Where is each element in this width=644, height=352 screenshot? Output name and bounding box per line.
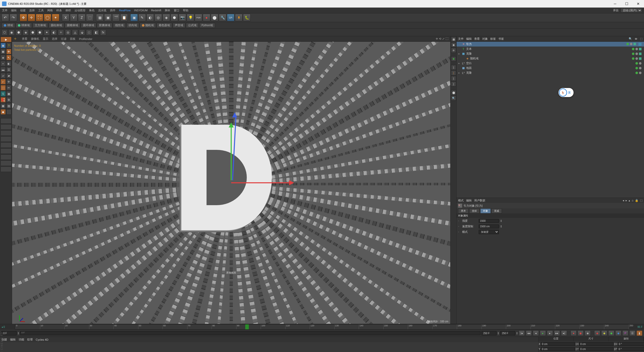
menu-spline[interactable]: 样条	[56, 9, 62, 12]
rt-5[interactable]: |	[451, 65, 456, 70]
last-tool[interactable]: ✦	[52, 14, 59, 21]
poly-2[interactable]: ▰	[6, 73, 12, 78]
axis-mode[interactable]: ✛	[6, 79, 12, 84]
attr-nav-up[interactable]: ▴	[629, 199, 630, 202]
key-param[interactable]: ◆	[615, 330, 621, 336]
mat-tab-function[interactable]: 功能	[19, 338, 24, 341]
select-tool[interactable]: ✥	[20, 14, 27, 21]
object-row-1[interactable]: T文本	[457, 47, 644, 51]
redo-button[interactable]: ↷	[10, 14, 17, 21]
ime-floating-badge[interactable]: 🦌 英	[558, 88, 574, 97]
edge-mode[interactable]: ▬	[1, 67, 6, 72]
mat-tab-cycles4d[interactable]: Cycles 4D	[36, 338, 48, 341]
field-random[interactable]: 随机域	[140, 23, 156, 28]
vp-nav-3[interactable]: ⤢	[442, 37, 445, 40]
render-view[interactable]: ▦	[96, 14, 104, 21]
obj-tag-icon[interactable]: ⬚	[640, 37, 642, 40]
layout-select[interactable]: 启动 (用户)	[621, 8, 642, 13]
attr-tab-userdata[interactable]: 用户数据	[474, 199, 485, 202]
undo-button[interactable]: ↶	[2, 14, 9, 21]
record-button[interactable]: ●	[571, 330, 577, 336]
next-key[interactable]: ▸▸	[554, 330, 560, 336]
tex-6[interactable]	[1, 148, 12, 154]
field-linear[interactable]: 线性域	[113, 23, 126, 28]
gizmo-y-axis[interactable]	[231, 127, 232, 180]
arrow-mode[interactable]: ↖	[6, 55, 12, 60]
tex-1[interactable]	[1, 118, 12, 124]
object-row-4[interactable]: +L°空白	[457, 61, 644, 66]
tex-4[interactable]	[1, 136, 12, 142]
coord-Y-size[interactable]	[579, 347, 614, 351]
key-all[interactable]: ☰	[629, 330, 635, 336]
cube-primitive[interactable]: ▣	[130, 14, 138, 21]
lights-off[interactable]: ◐	[6, 61, 12, 66]
frame-end-input[interactable]	[481, 331, 497, 335]
vp-menu-prorender[interactable]: ProRender	[79, 37, 92, 40]
snap-grid[interactable]: ▦	[6, 91, 12, 97]
point-mode[interactable]: ▪	[1, 61, 6, 66]
rt-7[interactable]: |	[451, 76, 456, 81]
menu-volume[interactable]: 体积	[65, 9, 71, 12]
field-radial[interactable]: 径向域	[126, 23, 139, 28]
attr-tab-mode[interactable]: 模式	[458, 199, 464, 202]
grid-1[interactable]: ▦	[1, 103, 6, 109]
human-button[interactable]: 🧍	[235, 14, 243, 21]
obj-tab-file[interactable]: 文件	[458, 37, 464, 41]
field-cone[interactable]: 圆锥体域	[65, 23, 80, 28]
next-frame[interactable]: ▸	[547, 330, 553, 336]
rt-6[interactable]: |	[451, 70, 456, 75]
menu-help[interactable]: 帮助	[183, 9, 188, 12]
field-cube[interactable]: 立方体域	[32, 23, 48, 28]
key-pla[interactable]: P	[622, 330, 628, 336]
menu-file[interactable]: 文件	[2, 9, 8, 12]
mod-7[interactable]: ✦	[44, 29, 50, 35]
attr-tab-edit[interactable]: 编辑	[466, 199, 472, 202]
timeline-ruler[interactable]: 0102030405060708090100110120130140150160…	[15, 324, 629, 330]
menu-pipeline[interactable]: 流水线	[98, 9, 106, 12]
rt-8[interactable]: |	[451, 81, 456, 86]
rt-10[interactable]: 🔍	[451, 96, 456, 101]
vp-menu-view[interactable]: 查看	[22, 37, 27, 41]
mod-5[interactable]: ⬣	[30, 29, 36, 35]
uv-edge[interactable]: ⌐	[1, 79, 6, 84]
edge-2[interactable]: ☰	[6, 67, 12, 72]
attr-speedlimit-input[interactable]	[479, 225, 499, 228]
field-formula[interactable]: 公式域	[186, 23, 199, 28]
material-manager[interactable]	[0, 342, 538, 352]
field-capsule[interactable]: 胶囊体域	[97, 23, 112, 28]
mod-15[interactable]: fx	[100, 29, 106, 35]
menu-plugins[interactable]: 插件	[110, 9, 115, 12]
field-sound[interactable]: 声音域	[173, 23, 185, 28]
autokey-toggle[interactable]: ◉	[578, 330, 584, 336]
rt-4[interactable]: ✚	[451, 56, 456, 61]
menu-character[interactable]: 角色	[89, 9, 95, 12]
attr-strength-input[interactable]	[479, 219, 499, 223]
menu-window[interactable]: 窗口	[174, 9, 179, 12]
attr-mode-select[interactable]: 加速度	[479, 230, 499, 234]
menu-tools[interactable]: 工具	[38, 9, 44, 12]
attr-tab-object[interactable]: 对象	[480, 208, 491, 213]
ball-button[interactable]: ⬤	[211, 14, 218, 21]
rt-2[interactable]: ◉	[451, 42, 456, 47]
close-button[interactable]: ✕	[632, 0, 644, 8]
mod-8[interactable]: ◐	[51, 29, 57, 35]
mat-tab-texture[interactable]: 纹理	[27, 338, 33, 341]
qr-button[interactable]: QR	[227, 14, 234, 21]
x-axis-lock[interactable]: X	[62, 14, 69, 21]
coord-Y-pos[interactable]	[541, 347, 575, 351]
vp-menu-camera[interactable]: 摄像机	[31, 37, 39, 41]
obj-tab-view[interactable]: 查看	[474, 37, 480, 41]
knife-icon[interactable]: ✂	[6, 85, 12, 91]
mod-12[interactable]: ⬙	[79, 29, 85, 35]
viewport-3d[interactable]: Number of emitters: 0 Total live particl…	[12, 42, 450, 324]
magnet-icon[interactable]: 🧲	[1, 97, 6, 103]
obj-tab-bookmark[interactable]: 书签	[498, 37, 504, 41]
menu-mograph[interactable]: 运动图形	[74, 9, 86, 12]
mod-6[interactable]: ⬟	[37, 29, 43, 35]
attr-nav-home[interactable]: ⌂	[632, 199, 633, 202]
coord-X-size[interactable]	[579, 342, 614, 346]
key-pos[interactable]: ◆	[594, 330, 600, 336]
mod-13[interactable]: □	[86, 29, 92, 35]
deform-button[interactable]: ◈	[163, 14, 170, 21]
attr-nav-next[interactable]: ▸	[626, 199, 627, 202]
